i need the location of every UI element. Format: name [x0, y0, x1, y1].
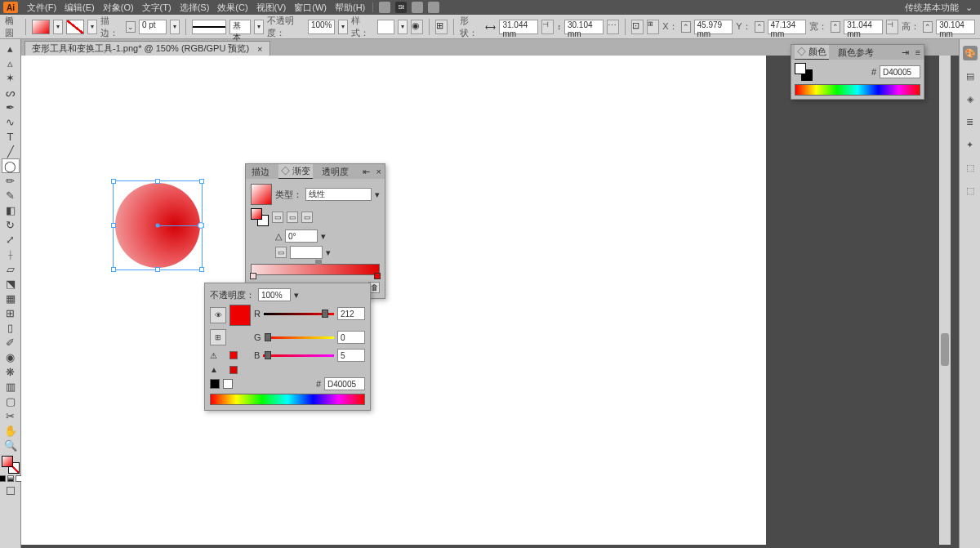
- pen-tool[interactable]: ✒: [2, 100, 20, 114]
- magic-wand-tool[interactable]: ✶: [2, 70, 20, 85]
- g-slider[interactable]: [265, 333, 334, 341]
- gradient-tool[interactable]: ▯: [2, 320, 20, 335]
- eyedropper-icon[interactable]: 👁: [210, 307, 226, 323]
- stroke-weight[interactable]: 0 pt: [139, 20, 167, 34]
- angle-input[interactable]: 0°: [285, 229, 318, 243]
- transform-button[interactable]: ⊡: [631, 20, 644, 34]
- shape-builder-tool[interactable]: ⬔: [2, 276, 20, 291]
- eraser-tool[interactable]: ◧: [2, 203, 20, 217]
- graph-tool[interactable]: ▥: [2, 379, 20, 394]
- menu-type[interactable]: 文字(T): [142, 2, 172, 14]
- stock-icon[interactable]: St: [395, 2, 407, 13]
- r-input[interactable]: 212: [337, 307, 365, 320]
- vertical-scrollbar[interactable]: [939, 56, 951, 545]
- color-panel[interactable]: ◇ 颜色 颜色参考 ⇥ ≡ # D40005: [791, 44, 924, 100]
- color-spectrum[interactable]: [795, 84, 920, 96]
- y-input[interactable]: 47.134 mm: [768, 20, 807, 34]
- hex-field[interactable]: D40005: [324, 377, 365, 390]
- current-color[interactable]: [229, 305, 251, 326]
- free-transform-tool[interactable]: ▱: [2, 261, 20, 276]
- fill-stroke-control[interactable]: [2, 456, 20, 474]
- color-guide-tab[interactable]: 颜色参考: [835, 46, 876, 60]
- recolor-button[interactable]: ◉: [411, 20, 423, 34]
- zoom-tool[interactable]: 🔍: [2, 438, 20, 452]
- gradient-ramp[interactable]: [251, 264, 380, 275]
- menu-help[interactable]: 帮助(H): [335, 2, 365, 14]
- selected-ellipse[interactable]: [115, 183, 200, 268]
- aspect-input[interactable]: [290, 246, 323, 259]
- menu-object[interactable]: 对象(O): [103, 2, 134, 14]
- libraries-icon[interactable]: ◈: [963, 91, 978, 106]
- color-mode[interactable]: [0, 475, 6, 482]
- properties-icon[interactable]: ▤: [963, 69, 978, 83]
- stroke-grad-3[interactable]: ▭: [301, 212, 313, 223]
- menu-window[interactable]: 窗口(W): [294, 2, 327, 14]
- asset-export-icon[interactable]: ✦: [963, 137, 978, 152]
- bridge-icon[interactable]: [379, 2, 390, 13]
- rgb-spectrum[interactable]: [210, 394, 365, 405]
- gpu-icon[interactable]: [428, 2, 439, 13]
- fill-dd[interactable]: ▾: [53, 20, 63, 34]
- gradient-preview[interactable]: [251, 184, 272, 205]
- stroke-down[interactable]: ⌄: [126, 21, 136, 33]
- shaper-tool[interactable]: ✎: [2, 188, 20, 203]
- canvas[interactable]: [21, 56, 766, 545]
- align-button[interactable]: ⊞: [435, 20, 448, 34]
- document-tab[interactable]: 变形工具和变换工具-1.png* @ 150% (RGB/GPU 预览) ×: [24, 41, 270, 56]
- shape-w[interactable]: 31.044 mm: [499, 20, 538, 34]
- handle-tr[interactable]: [199, 179, 204, 184]
- stroke-grad-2[interactable]: ▭: [287, 212, 298, 223]
- handle-tm[interactable]: [155, 179, 160, 184]
- curvature-tool[interactable]: ∿: [2, 114, 20, 129]
- stroke-profile[interactable]: [192, 20, 226, 34]
- x-input[interactable]: 45.979 mm: [694, 20, 733, 34]
- menu-edit[interactable]: 编辑(E): [65, 2, 95, 14]
- tab-close[interactable]: ×: [257, 44, 262, 54]
- scrollbar-thumb[interactable]: [941, 333, 949, 366]
- stroke-dd[interactable]: ▾: [87, 20, 97, 34]
- gradient-annotator[interactable]: [158, 225, 200, 226]
- panel-menu-icon[interactable]: ≡: [915, 47, 920, 57]
- link-wh2[interactable]: ⊣: [886, 20, 898, 34]
- layers-icon[interactable]: ≣: [963, 114, 978, 129]
- handle-bm[interactable]: [155, 267, 160, 272]
- stroke-grad-1[interactable]: ▭: [272, 212, 283, 223]
- screen-mode[interactable]: [7, 487, 15, 495]
- arrange-icon[interactable]: [412, 2, 423, 13]
- midpoint-stop[interactable]: [315, 260, 322, 265]
- type-tool[interactable]: T: [2, 129, 20, 144]
- b-input[interactable]: 5: [337, 349, 365, 362]
- ellipse-tool[interactable]: ◯: [2, 158, 20, 173]
- transparency-tab[interactable]: 透明度: [319, 165, 351, 179]
- paintbrush-tool[interactable]: ✏: [2, 173, 20, 188]
- stroke-tab[interactable]: 描边: [249, 165, 272, 179]
- menu-file[interactable]: 文件(F): [27, 2, 56, 14]
- gradient-tab[interactable]: ◇ 渐变: [278, 164, 313, 179]
- handle-tl[interactable]: [111, 179, 116, 184]
- color-tab[interactable]: ◇ 颜色: [795, 45, 829, 60]
- hex-input[interactable]: D40005: [880, 65, 920, 78]
- scale-tool[interactable]: ⤢: [2, 232, 20, 247]
- anchor-grid[interactable]: ⊞: [647, 20, 659, 34]
- rotate-tool[interactable]: ↻: [2, 217, 20, 232]
- eyedropper-tool[interactable]: ✐: [2, 335, 20, 350]
- color-panel-icon[interactable]: 🎨: [963, 46, 978, 60]
- stroke-preset[interactable]: 基本: [229, 20, 251, 34]
- symbol-sprayer-tool[interactable]: ❋: [2, 364, 20, 379]
- w-input[interactable]: 31.044 mm: [844, 20, 883, 34]
- gradient-mode[interactable]: [7, 475, 14, 482]
- swatches-icon[interactable]: ⊞: [210, 329, 226, 345]
- perspective-tool[interactable]: ▦: [2, 291, 20, 305]
- h-input[interactable]: 30.104 mm: [936, 20, 975, 34]
- lasso-tool[interactable]: ᔕ: [2, 85, 20, 100]
- handle-ml[interactable]: [111, 223, 116, 228]
- mesh-tool[interactable]: ⊞: [2, 305, 20, 320]
- opacity-input[interactable]: 100%: [308, 20, 336, 34]
- selection-tool[interactable]: ▴: [2, 41, 20, 56]
- g-input[interactable]: 0: [337, 331, 365, 344]
- fill-swatch[interactable]: [32, 20, 50, 34]
- menu-effect[interactable]: 效果(C): [217, 2, 247, 14]
- workspace-switcher[interactable]: 传统基本功能: [905, 2, 959, 14]
- handle-bl[interactable]: [111, 267, 116, 272]
- stroke-swatch[interactable]: [66, 20, 84, 34]
